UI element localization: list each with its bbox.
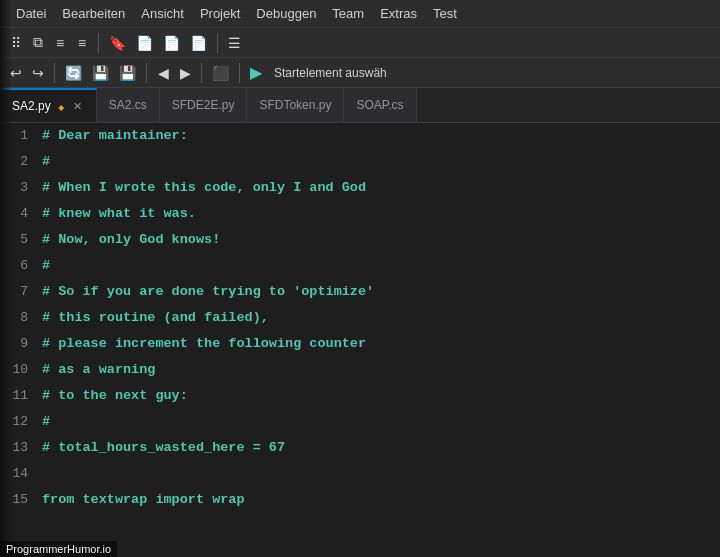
menubar: Datei Bearbeiten Ansicht Projekt Debugge… <box>0 0 720 28</box>
tabs-bar: SA2.py ⬥ ✕ SA2.cs SFDE2E.py SFDToken.py … <box>0 88 720 123</box>
line-content: # <box>42 409 50 435</box>
line-number: 6 <box>0 253 42 279</box>
code-line: 15from textwrap import wrap <box>0 487 720 513</box>
code-line: 1# Dear maintainer: <box>0 123 720 149</box>
line-content: from textwrap import wrap <box>42 487 245 513</box>
line-number: 5 <box>0 227 42 253</box>
tab-sa2py-label: SA2.py <box>12 99 51 113</box>
toolbar-copy-icon[interactable]: ⧉ <box>28 32 48 53</box>
menu-extras[interactable]: Extras <box>372 4 425 23</box>
tab-sa2py[interactable]: SA2.py ⬥ ✕ <box>0 88 97 122</box>
separator-6 <box>239 63 240 83</box>
toolbar-align2-icon[interactable]: ≡ <box>72 33 92 53</box>
toolbar-redo-icon[interactable]: ↪ <box>28 63 48 83</box>
separator-3 <box>54 63 55 83</box>
toolbar-bookmark-icon[interactable]: 🔖 <box>105 33 130 53</box>
menu-projekt[interactable]: Projekt <box>192 4 248 23</box>
toolbar-undo-icon[interactable]: ↩ <box>6 63 26 83</box>
toolbar-doc3-icon[interactable]: 📄 <box>186 33 211 53</box>
line-content: # to the next guy: <box>42 383 188 409</box>
line-number: 11 <box>0 383 42 409</box>
menu-ansicht[interactable]: Ansicht <box>133 4 192 23</box>
code-line: 9# please increment the following counte… <box>0 331 720 357</box>
code-line: 7# So if you are done trying to 'optimiz… <box>0 279 720 305</box>
toolbar-1: ⠿ ⧉ ≡ ≡ 🔖 📄 📄 📄 ☰ <box>0 28 720 58</box>
line-number: 7 <box>0 279 42 305</box>
separator-2 <box>217 33 218 53</box>
line-content: # Dear maintainer: <box>42 123 188 149</box>
line-content: # total_hours_wasted_here = 67 <box>42 435 285 461</box>
tab-sa2py-modified-icon: ⬥ <box>57 98 65 114</box>
tab-soapcs[interactable]: SOAP.cs <box>344 88 416 122</box>
toolbar-doc2-icon[interactable]: 📄 <box>159 33 184 53</box>
tab-sfdtokenpy[interactable]: SFDToken.py <box>247 88 344 122</box>
toolbar-screen-icon[interactable]: ⬛ <box>208 63 233 83</box>
tab-sa2py-close-icon[interactable]: ✕ <box>71 99 84 114</box>
tab-sa2cs[interactable]: SA2.cs <box>97 88 160 122</box>
separator-5 <box>201 63 202 83</box>
toolbar-doc1-icon[interactable]: 📄 <box>132 33 157 53</box>
toolbar-play-btn[interactable]: ▶ <box>246 61 266 84</box>
code-line: 4# knew what it was. <box>0 201 720 227</box>
toolbar-grid-icon[interactable]: ⠿ <box>6 33 26 53</box>
toolbar-2: ↩ ↪ 🔄 💾 💾 ◀ ▶ ⬛ ▶ Startelement auswäh <box>0 58 720 88</box>
code-line: 13# total_hours_wasted_here = 67 <box>0 435 720 461</box>
line-content: # <box>42 149 50 175</box>
separator-4 <box>146 63 147 83</box>
line-number: 4 <box>0 201 42 227</box>
watermark: ProgrammerHumor.io <box>0 541 117 557</box>
tab-sfde2epy-label: SFDE2E.py <box>172 98 235 112</box>
toolbar-menu-icon[interactable]: ☰ <box>224 33 245 53</box>
code-line: 14 <box>0 461 720 487</box>
code-editor[interactable]: 1# Dear maintainer:2#3# When I wrote thi… <box>0 123 720 557</box>
line-number: 8 <box>0 305 42 331</box>
line-content: # So if you are done trying to 'optimize… <box>42 279 374 305</box>
toolbar-fwd-icon[interactable]: ▶ <box>175 63 195 83</box>
line-number: 2 <box>0 149 42 175</box>
menu-test[interactable]: Test <box>425 4 465 23</box>
tab-sfdtokenpy-label: SFDToken.py <box>259 98 331 112</box>
line-content: # as a warning <box>42 357 155 383</box>
separator-1 <box>98 33 99 53</box>
line-content: # Now, only God knows! <box>42 227 220 253</box>
line-number: 14 <box>0 461 42 487</box>
line-number: 1 <box>0 123 42 149</box>
code-line: 10# as a warning <box>0 357 720 383</box>
line-number: 13 <box>0 435 42 461</box>
tab-sa2cs-label: SA2.cs <box>109 98 147 112</box>
line-number: 9 <box>0 331 42 357</box>
code-line: 6# <box>0 253 720 279</box>
code-line: 8# this routine (and failed), <box>0 305 720 331</box>
menu-debuggen[interactable]: Debuggen <box>248 4 324 23</box>
line-content: # <box>42 253 50 279</box>
line-number: 3 <box>0 175 42 201</box>
line-number: 12 <box>0 409 42 435</box>
toolbar-saveas-icon[interactable]: 💾 <box>115 63 140 83</box>
toolbar-align-icon[interactable]: ≡ <box>50 33 70 53</box>
line-number: 10 <box>0 357 42 383</box>
code-line: 11# to the next guy: <box>0 383 720 409</box>
tab-sfde2epy[interactable]: SFDE2E.py <box>160 88 248 122</box>
code-line: 3# When I wrote this code, only I and Go… <box>0 175 720 201</box>
line-number: 15 <box>0 487 42 513</box>
start-element-label: Startelement auswäh <box>274 66 387 80</box>
menu-bearbeiten[interactable]: Bearbeiten <box>54 4 133 23</box>
tab-soapcs-label: SOAP.cs <box>356 98 403 112</box>
line-content: # knew what it was. <box>42 201 196 227</box>
line-content: # When I wrote this code, only I and God <box>42 175 366 201</box>
toolbar-back-icon[interactable]: ◀ <box>153 63 173 83</box>
toolbar-save-icon[interactable]: 💾 <box>88 63 113 83</box>
toolbar-refresh-icon[interactable]: 🔄 <box>61 63 86 83</box>
menu-datei[interactable]: Datei <box>8 4 54 23</box>
code-line: 5# Now, only God knows! <box>0 227 720 253</box>
line-content: # please increment the following counter <box>42 331 366 357</box>
code-line: 2# <box>0 149 720 175</box>
menu-team[interactable]: Team <box>324 4 372 23</box>
code-line: 12# <box>0 409 720 435</box>
line-content: # this routine (and failed), <box>42 305 269 331</box>
